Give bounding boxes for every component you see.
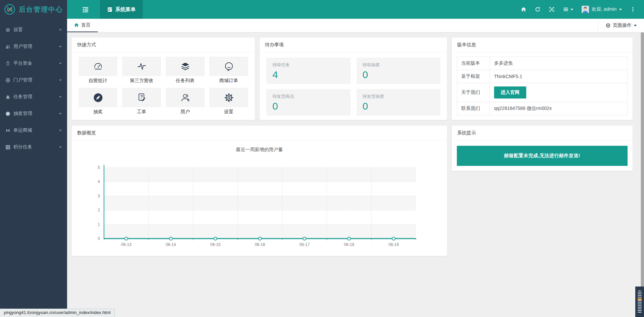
dot-circle-icon bbox=[606, 23, 610, 28]
svg-text:06-18: 06-18 bbox=[344, 242, 354, 247]
svg-text:4: 4 bbox=[98, 179, 100, 184]
shortcuts-card-title: 快捷方式 bbox=[72, 38, 255, 53]
table-row: 联系我们 qq2281847586 微信rm002x bbox=[457, 102, 628, 115]
version-card-title: 版本信息 bbox=[452, 38, 633, 53]
refresh-icon bbox=[535, 7, 540, 12]
compass-icon bbox=[5, 111, 10, 116]
sidebar-item-user-management[interactable]: 用户管理 bbox=[0, 38, 67, 55]
users-icon bbox=[5, 44, 10, 49]
todos-grid: 待审任务 4 待审抽奖 0 待发货商品 0 待发货抽奖 0 bbox=[260, 53, 447, 120]
scrollbar-dock bbox=[635, 287, 644, 317]
caret-down-icon bbox=[59, 130, 61, 131]
shortcuts-grid: 自营统计 第三方营收 任务列表 商城订单 抽奖 bbox=[72, 53, 255, 119]
menu-dropdown-button[interactable] bbox=[559, 0, 578, 19]
caret-down-icon bbox=[59, 46, 61, 48]
sidebar-item-portal-management[interactable]: 门户管理 bbox=[0, 72, 67, 88]
todo-count: 0 bbox=[363, 101, 435, 112]
pulse-icon bbox=[137, 61, 147, 72]
home-button[interactable] bbox=[517, 0, 531, 19]
caret-down-icon bbox=[59, 79, 61, 81]
refresh-button[interactable] bbox=[531, 0, 545, 19]
tab-system-menu-label: 系统菜单 bbox=[115, 6, 136, 13]
version-table: 当前版本 多多进鱼 基于框架 ThinkCMF5.1 关于我们 进入官网 联 bbox=[457, 57, 628, 115]
user-icon bbox=[180, 92, 191, 103]
todo-count: 4 bbox=[272, 69, 344, 80]
contact-value: qq2281847586 微信rm002x bbox=[490, 102, 628, 115]
system-tips-card: 系统提示 邮箱配置未完成,无法进行邮件发送! bbox=[452, 126, 633, 171]
tab-home[interactable]: 首页 bbox=[67, 19, 98, 32]
shortcut-lottery[interactable]: 抽奖 bbox=[78, 88, 117, 115]
shortcut-thirdparty-revenue[interactable]: 第三方营收 bbox=[122, 57, 161, 84]
tab-system-menu[interactable]: 系统菜单 bbox=[100, 0, 143, 19]
shortcut-users[interactable]: 用户 bbox=[166, 88, 205, 115]
content-area: 快捷方式 自营统计 第三方营收 任务列表 商城订单 bbox=[67, 33, 644, 317]
system-tips-title: 系统提示 bbox=[452, 126, 633, 141]
page-scrollbar[interactable] bbox=[641, 33, 644, 287]
sidebar-item-platform-funds[interactable]: 平台资金 bbox=[0, 55, 67, 72]
mail-config-warning-banner: 邮箱配置未完成,无法进行邮件发送! bbox=[457, 146, 628, 166]
fullscreen-icon bbox=[549, 7, 554, 12]
caret-down-icon bbox=[634, 25, 637, 26]
mini-scrollbar-thumb[interactable] bbox=[637, 290, 642, 314]
user-dropdown[interactable]: 欢迎, admin bbox=[578, 0, 626, 19]
navbar-right-group: 欢迎, admin bbox=[517, 0, 644, 19]
sidebar-item-lucky-mall[interactable]: 幸运商城 bbox=[0, 122, 67, 139]
svg-text:06-14: 06-14 bbox=[166, 242, 176, 247]
money-bag-icon bbox=[5, 61, 10, 66]
caret-down-icon bbox=[59, 113, 61, 115]
caret-down-icon bbox=[571, 9, 573, 10]
globe-icon bbox=[5, 78, 10, 83]
layers-icon bbox=[180, 61, 191, 72]
bug-icon bbox=[5, 94, 10, 100]
sidebar-item-settings[interactable]: 设置 bbox=[0, 21, 67, 38]
sidebar-toggle-button[interactable] bbox=[73, 0, 97, 19]
caret-down-icon bbox=[59, 29, 61, 31]
caret-down-icon bbox=[59, 63, 61, 64]
shortcut-self-stats[interactable]: 自营统计 bbox=[78, 57, 117, 84]
framework-value: ThinkCMF5.1 bbox=[490, 70, 628, 83]
todo-unshipped-prizes[interactable]: 待发货抽奖 0 bbox=[357, 89, 441, 116]
caret-down-icon bbox=[619, 9, 622, 10]
todo-pending-lottery[interactable]: 待审抽奖 0 bbox=[357, 58, 441, 84]
shortcut-settings[interactable]: 设置 bbox=[209, 88, 248, 115]
kebab-menu-icon bbox=[630, 7, 636, 12]
caret-down-icon bbox=[59, 96, 61, 98]
todos-card: 待办事项 待审任务 4 待审抽奖 0 待发货商品 0 待发货抽奖 0 bbox=[260, 38, 447, 120]
compass-filled-icon bbox=[93, 92, 103, 103]
svg-text:3: 3 bbox=[98, 194, 100, 198]
shortcut-task-list[interactable]: 任务列表 bbox=[166, 57, 205, 84]
doc-question-icon bbox=[137, 92, 147, 103]
table-row: 基于框架 ThinkCMF5.1 bbox=[457, 70, 628, 83]
chart-title: 最近一周新增的用户量 bbox=[78, 147, 440, 153]
kebab-menu-button[interactable] bbox=[626, 0, 640, 19]
official-site-button[interactable]: 进入官网 bbox=[494, 86, 526, 99]
gear-icon bbox=[224, 92, 234, 103]
brand-logo-icon bbox=[4, 4, 15, 15]
brand-logo[interactable]: 后台管理中心 bbox=[0, 0, 67, 19]
shortcut-mall-orders[interactable]: 商城订单 bbox=[209, 57, 248, 84]
caret-down-icon bbox=[59, 146, 61, 148]
outdent-icon bbox=[82, 7, 89, 12]
svg-text:06-15: 06-15 bbox=[210, 242, 221, 247]
gauge-icon bbox=[93, 61, 103, 72]
sidebar-item-points-tasks[interactable]: 积分任务 bbox=[0, 139, 67, 155]
fullscreen-button[interactable] bbox=[545, 0, 559, 19]
home-icon bbox=[521, 7, 526, 12]
svg-text:06-19: 06-19 bbox=[388, 242, 399, 247]
gears-icon bbox=[5, 27, 10, 33]
todo-count: 0 bbox=[363, 69, 435, 80]
todo-unshipped-goods[interactable]: 待发货商品 0 bbox=[266, 89, 351, 116]
breadcrumb-bar: 首页 页面操作 bbox=[67, 19, 644, 33]
table-row: 关于我们 进入官网 bbox=[457, 83, 628, 102]
svg-text:5: 5 bbox=[98, 165, 100, 170]
svg-text:06-16: 06-16 bbox=[255, 242, 265, 247]
shortcut-work-orders[interactable]: 工单 bbox=[122, 88, 161, 115]
todo-count: 0 bbox=[272, 101, 344, 112]
sidebar-item-task-management[interactable]: 任务管理 bbox=[0, 88, 67, 105]
todo-pending-tasks[interactable]: 待审任务 4 bbox=[266, 58, 351, 84]
welcome-label: 欢迎, admin bbox=[592, 6, 616, 12]
sidebar-item-lottery-management[interactable]: 抽奖管理 bbox=[0, 105, 67, 122]
home-icon bbox=[74, 23, 79, 27]
shortcuts-card: 快捷方式 自营统计 第三方营收 任务列表 商城订单 bbox=[72, 38, 255, 120]
page-actions-dropdown[interactable]: 页面操作 bbox=[598, 19, 644, 32]
